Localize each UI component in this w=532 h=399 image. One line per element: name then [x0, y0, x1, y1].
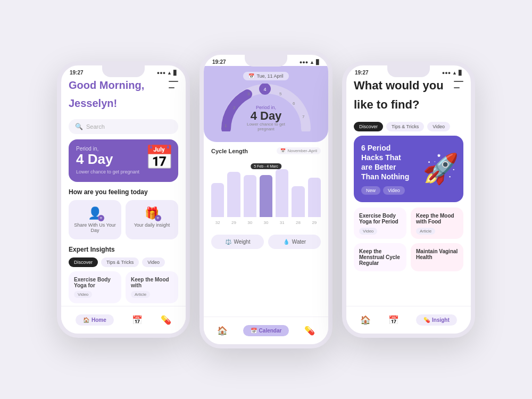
home-nav-2[interactable]: 🏠	[217, 326, 228, 336]
phone2-content: 📅 Tue, 11 April 1 2 3 4	[204, 66, 328, 338]
insight-nav-active[interactable]: 💊 Insight	[416, 314, 457, 326]
tab-discover-3[interactable]: Discover	[354, 122, 383, 131]
phone-calendar: 19:27 ●●● ▲ ▊ 📅 Tue, 11 April	[200, 51, 332, 348]
rocket-emoji: 🚀	[422, 152, 459, 186]
arc-center: Period in, 4 Day Lower chance to get pre…	[242, 105, 290, 131]
insight-cards: Exercise Body Yoga for Video Keep the Mo…	[69, 271, 178, 303]
calendar-nav-icon: 📅	[132, 315, 143, 325]
svg-text:4: 4	[263, 87, 266, 92]
insight-nav-icon: 💊	[161, 315, 171, 325]
tab-video[interactable]: Video	[142, 257, 165, 267]
battery-icon-2: ▊	[316, 60, 320, 65]
bar-label-2: 30	[244, 220, 256, 225]
insight-card-mood[interactable]: Keep the Mood with Article	[126, 271, 178, 303]
calendar-nav-3[interactable]: 📅	[388, 315, 399, 325]
cal-icon-tiny: 📅	[280, 148, 286, 153]
hero-card[interactable]: 6 Period Hacks That are Better Than Noth…	[354, 136, 463, 202]
phone-notch-2	[245, 55, 287, 66]
share-label: Share With Us Your Day	[74, 222, 116, 233]
bottom-nav-1: 🏠 Home 📅 💊	[61, 306, 186, 334]
calendar-nav[interactable]: 📅	[132, 315, 143, 325]
cycle-month-text: November-April	[287, 148, 317, 153]
feeling-card-share[interactable]: 👤+ Share With Us Your Day	[69, 200, 121, 239]
home-icon-3: 🏠	[360, 315, 371, 325]
tab-tips-3[interactable]: Tips & Tricks	[386, 122, 424, 131]
bar-label-6: 29	[308, 220, 321, 225]
article-menstrual[interactable]: Keep the Menstrual Cycle Regular	[354, 243, 406, 271]
signal-icon-2: ●●●	[300, 60, 308, 65]
home-icon-2: 🏠	[217, 326, 228, 336]
period-card: Period in, 4 Day Lower chance to get pre…	[69, 139, 178, 182]
tracker-buttons: ⚖️ Weight 💧 Water	[204, 230, 328, 253]
svg-text:1: 1	[225, 123, 227, 128]
bar-label-1: 29	[227, 220, 240, 225]
article-mood[interactable]: Keep the Mood with Food Article	[411, 207, 463, 239]
feeling-cards: 👤+ Share With Us Your Day 🎁+ Your daily …	[69, 200, 178, 239]
bar-labels: 32293030312829	[211, 220, 321, 225]
wifi-icon-2: ▲	[310, 60, 314, 65]
signal-icon: ●●●	[157, 70, 165, 76]
tab-discover[interactable]: Discover	[69, 257, 98, 267]
menu-icon-3[interactable]	[454, 81, 463, 88]
yoga-tag: Video	[74, 291, 92, 298]
home-nav-3[interactable]: 🏠	[360, 315, 371, 325]
bar-4	[276, 169, 288, 217]
insight-nav-2[interactable]: 💊	[304, 326, 315, 336]
menu-icon[interactable]	[169, 81, 178, 88]
phone-notch	[102, 65, 145, 77]
search-bar[interactable]: 🔍 Search	[69, 119, 178, 134]
bar-chart: 5 Feb - 4 Marc	[211, 159, 321, 217]
insight-label: Insight	[432, 317, 450, 323]
svg-text:5: 5	[279, 92, 282, 96]
wifi-icon-3: ▲	[452, 70, 457, 76]
cycle-header: 📅 Tue, 11 April 1 2 3 4	[204, 66, 328, 142]
home-icon: 🏠	[83, 317, 89, 323]
svg-text:2: 2	[233, 105, 236, 110]
mood-tag: Article	[131, 291, 150, 298]
water-icon: 💧	[283, 239, 289, 245]
yoga-article-title: Exercise Body Yoga for Period	[359, 213, 401, 225]
share-icon: 👤+	[88, 206, 102, 220]
insight-card-yoga[interactable]: Exercise Body Yoga for Video	[69, 271, 121, 303]
tab-tips[interactable]: Tips & Tricks	[101, 257, 139, 267]
time-2: 19:27	[212, 59, 226, 65]
bottom-nav-2: 🏠 📅 Calendar 💊	[204, 317, 328, 344]
menu-line-1	[169, 81, 178, 82]
cycle-title: Cycle Length	[211, 148, 248, 154]
weight-icon: ⚖️	[225, 239, 231, 245]
discover-title-1: What would you	[354, 79, 444, 93]
article-yoga[interactable]: Exercise Body Yoga for Period Video	[354, 207, 406, 239]
phone-notch-3	[387, 65, 430, 77]
bar-1	[227, 172, 240, 217]
cycle-length-header: Cycle Length 📅 November-April	[211, 147, 321, 154]
signal-icon-3: ●●●	[442, 70, 451, 76]
yoga-article-tag: Video	[359, 228, 377, 235]
wifi-icon: ▲	[167, 70, 172, 76]
home-nav[interactable]: 🏠 Home	[76, 314, 114, 326]
home-label: Home	[92, 317, 106, 323]
cycle-month: 📅 November-April	[277, 147, 321, 154]
bar-label-4: 31	[276, 220, 288, 225]
water-btn[interactable]: 💧 Water	[268, 235, 321, 249]
battery-icon: ▊	[173, 70, 177, 76]
tab-video-3[interactable]: Video	[427, 122, 450, 131]
date-text: Tue, 11 April	[256, 73, 283, 79]
bar-label-5: 28	[292, 220, 304, 225]
insight-icon: 🎁+	[145, 206, 159, 220]
weight-btn[interactable]: ⚖️ Weight	[211, 235, 264, 249]
calendar-nav-active[interactable]: 📅 Calendar	[243, 325, 289, 336]
hero-tag-video: Video	[383, 186, 405, 195]
hero-tag-new: New	[361, 186, 380, 195]
article-vaginal[interactable]: Maintain Vaginal Health	[411, 243, 463, 271]
bar-3: 5 Feb - 4 Marc	[260, 175, 272, 217]
insight-icon-3: 💊	[423, 317, 430, 323]
insight-nav[interactable]: 💊	[161, 315, 171, 325]
arc-period-days: 4 Day	[242, 110, 290, 122]
battery-icon-3: ▊	[459, 70, 462, 76]
user-name: Jesselyn!	[69, 97, 144, 110]
phone-home: 19:27 ●●● ▲ ▊ Good Morning, Jesselyn! 🔍	[57, 61, 190, 338]
insight-label: Your daily insight	[131, 222, 173, 228]
vaginal-title: Maintain Vaginal Health	[416, 248, 458, 260]
plus-icon-2: +	[155, 215, 161, 221]
feeling-card-insight[interactable]: 🎁+ Your daily insight	[126, 200, 178, 239]
